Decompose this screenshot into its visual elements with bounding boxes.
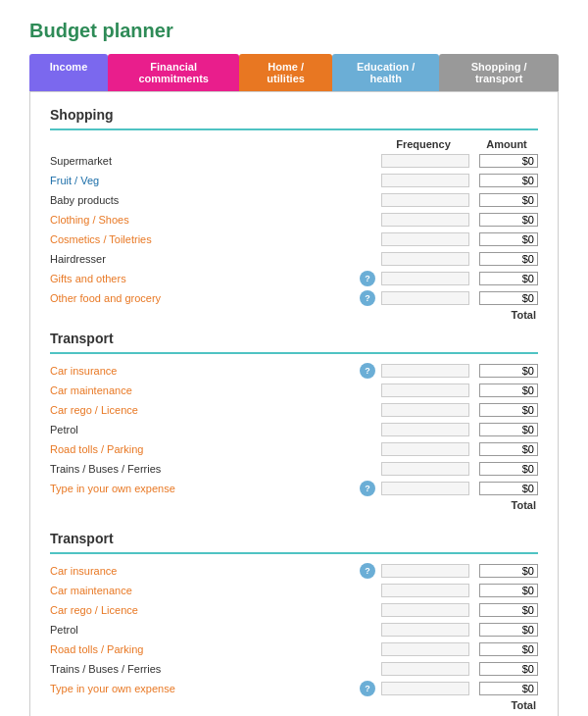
amount-input[interactable] — [479, 564, 538, 578]
freq-input[interactable] — [381, 232, 469, 246]
row-label: Supermarket — [50, 155, 360, 167]
amount-input[interactable] — [479, 662, 538, 676]
amount-input[interactable] — [479, 642, 538, 656]
amount-input[interactable] — [479, 213, 538, 227]
page-title: Budget planner — [29, 20, 559, 42]
freq-input[interactable] — [381, 462, 469, 476]
freq-input[interactable] — [381, 642, 469, 656]
amount-input[interactable] — [479, 364, 538, 378]
tab-income[interactable]: Income — [29, 54, 108, 91]
table-row: Other food and grocery ? — [50, 289, 538, 307]
freq-input[interactable] — [381, 603, 469, 617]
freq-input[interactable] — [381, 584, 469, 597]
amount-header: Amount — [477, 138, 536, 150]
row-label: Gifts and others — [50, 273, 360, 284]
transport2-section: Transport Car insurance ? Car maintenanc… — [50, 531, 538, 711]
row-label: Clothing / Shoes — [50, 214, 360, 226]
table-row: Fruit / Veg — [50, 172, 538, 189]
help-icon[interactable]: ? — [360, 271, 375, 286]
amount-input[interactable] — [479, 174, 538, 187]
amount-input[interactable] — [479, 584, 538, 597]
freq-input[interactable] — [381, 291, 469, 305]
freq-input[interactable] — [381, 662, 469, 676]
table-row: Cosmetics / Toiletries — [50, 230, 538, 248]
amount-input[interactable] — [479, 252, 538, 266]
row-label: Car insurance — [50, 365, 360, 377]
table-row: Type in your own expense ? — [50, 680, 538, 697]
freq-input[interactable] — [381, 252, 469, 266]
freq-input[interactable] — [381, 174, 469, 187]
help-icon[interactable]: ? — [360, 481, 375, 496]
help-icon[interactable]: ? — [360, 290, 375, 306]
table-row: Trains / Buses / Ferries — [50, 660, 538, 678]
transport2-title: Transport — [50, 531, 538, 546]
tab-shopping[interactable]: Shopping / transport — [439, 54, 559, 91]
amount-input[interactable] — [479, 403, 538, 417]
table-row: Gifts and others ? — [50, 270, 538, 287]
table-row: Road tolls / Parking — [50, 440, 538, 458]
transport1-title: Transport — [50, 331, 538, 346]
row-label: Other food and grocery — [50, 292, 360, 304]
amount-input[interactable] — [479, 682, 538, 695]
table-headers: Frequency Amount — [50, 138, 538, 150]
table-row: Car maintenance — [50, 382, 538, 399]
amount-input[interactable] — [479, 272, 538, 285]
freq-input[interactable] — [381, 213, 469, 227]
row-label: Road tolls / Parking — [50, 643, 360, 655]
tabs: Income Financial commitments Home / util… — [29, 54, 559, 91]
freq-input[interactable] — [381, 154, 469, 168]
help-icon[interactable]: ? — [360, 363, 375, 379]
amount-input[interactable] — [479, 482, 538, 495]
row-label: Car maintenance — [50, 384, 360, 396]
freq-input[interactable] — [381, 193, 469, 207]
freq-input[interactable] — [381, 442, 469, 456]
row-label: Car rego / Licence — [50, 604, 360, 616]
tab-home[interactable]: Home / utilities — [239, 54, 332, 91]
tab-financial[interactable]: Financial commitments — [108, 54, 239, 91]
amount-input[interactable] — [479, 423, 538, 436]
help-icon[interactable]: ? — [360, 681, 375, 696]
row-label: Car rego / Licence — [50, 404, 360, 416]
amount-input[interactable] — [479, 193, 538, 207]
amount-input[interactable] — [479, 623, 538, 637]
amount-input[interactable] — [479, 291, 538, 305]
freq-input[interactable] — [381, 682, 469, 695]
amount-input[interactable] — [479, 442, 538, 456]
row-label: Cosmetics / Toiletries — [50, 233, 360, 245]
table-row: Clothing / Shoes — [50, 211, 538, 229]
freq-input[interactable] — [381, 623, 469, 637]
freq-input[interactable] — [381, 482, 469, 495]
freq-input[interactable] — [381, 384, 469, 397]
help-icon[interactable]: ? — [360, 563, 375, 579]
table-row: Supermarket — [50, 152, 538, 170]
amount-input[interactable] — [479, 603, 538, 617]
amount-input[interactable] — [479, 232, 538, 246]
freq-input[interactable] — [381, 403, 469, 417]
amount-input[interactable] — [479, 154, 538, 168]
table-row: Type in your own expense ? — [50, 480, 538, 497]
freq-input[interactable] — [381, 364, 469, 378]
shopping-section: Shopping Frequency Amount Supermarket Fr… — [50, 107, 538, 321]
row-label: Hairdresser — [50, 253, 360, 265]
row-label: Type in your own expense — [50, 683, 360, 694]
table-row: Car maintenance — [50, 582, 538, 599]
table-row: Petrol — [50, 621, 538, 639]
amount-input[interactable] — [479, 462, 538, 476]
table-row: Baby products — [50, 191, 538, 209]
table-row: Trains / Buses / Ferries — [50, 460, 538, 478]
freq-input[interactable] — [381, 423, 469, 436]
transport2-total-label: Total — [477, 699, 536, 711]
amount-input[interactable] — [479, 384, 538, 397]
transport2-total-row: Total — [50, 699, 538, 711]
shopping-title: Shopping — [50, 107, 538, 123]
table-row: Road tolls / Parking — [50, 640, 538, 658]
freq-input[interactable] — [381, 272, 469, 285]
table-row: Car insurance ? — [50, 562, 538, 580]
frequency-header: Frequency — [379, 138, 467, 150]
row-label: Petrol — [50, 624, 360, 636]
row-label: Trains / Buses / Ferries — [50, 463, 360, 475]
transport1-total-row: Total — [50, 499, 538, 511]
content-area: Shopping Frequency Amount Supermarket Fr… — [29, 91, 559, 716]
tab-education[interactable]: Education / health — [332, 54, 439, 91]
freq-input[interactable] — [381, 564, 469, 578]
